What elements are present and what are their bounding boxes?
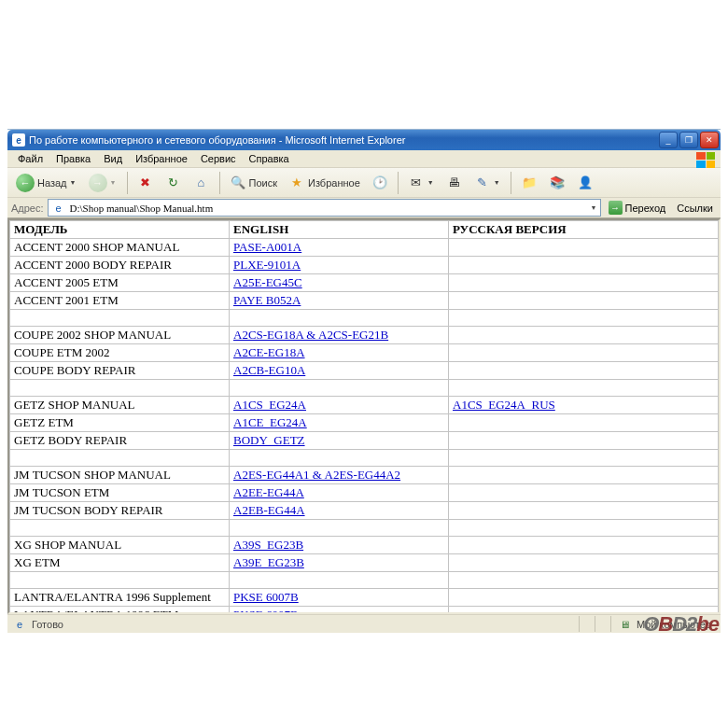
cell-model: GETZ ETM: [10, 414, 230, 432]
go-arrow-icon: →: [609, 201, 623, 215]
search-button[interactable]: 🔍 Поиск: [225, 172, 282, 194]
folder-icon: 📁: [521, 175, 538, 191]
back-button[interactable]: ← Назад ▼: [11, 172, 82, 194]
messenger-button[interactable]: 👤: [572, 172, 598, 194]
table-row: JM TUCSON ETMA2EE-EG44A: [10, 484, 719, 502]
cell-english: A2CB-EG10A: [230, 362, 449, 380]
page-content[interactable]: МОДЕЛЬ ENGLISH РУССКАЯ ВЕРСИЯ ACCENT 200…: [7, 218, 721, 614]
go-button[interactable]: → Переход: [605, 199, 670, 217]
statusbar: e Готово 🖥 Мой компьютер: [7, 614, 721, 633]
cell-english: PASE-A001A: [230, 239, 449, 257]
chevron-down-icon: ▼: [427, 179, 435, 186]
back-label: Назад: [37, 177, 67, 189]
table-row: ACCENT 2001 ETMPAYE B052A: [10, 292, 719, 310]
cell-russian: [449, 292, 719, 310]
cell-russian: [449, 432, 719, 450]
cell-model: GETZ SHOP MANUAL: [10, 397, 230, 414]
print-button[interactable]: 🖶: [441, 172, 468, 194]
address-input-wrap[interactable]: e ▼: [48, 199, 601, 217]
cell-english: A1CS_EG24A: [230, 397, 449, 414]
cell-model: COUPE ETM 2002: [10, 344, 230, 362]
titlebar[interactable]: e По работе компьютерного и сетевого обо…: [7, 130, 721, 150]
link-english[interactable]: A2CE-EG18A: [233, 345, 305, 359]
close-button[interactable]: ✕: [700, 132, 719, 148]
chevron-down-icon: ▼: [494, 179, 501, 186]
table-row: LANTRA/ELANTRA 1996 SupplementPKSE 6007B: [10, 589, 719, 607]
cell-english: PKSE 6007B: [230, 607, 449, 615]
address-input[interactable]: [70, 203, 588, 214]
status-panel: [579, 616, 591, 632]
link-english[interactable]: A1CS_EG24A: [233, 398, 306, 412]
cell-english: A2ES-EG44A1 & A2ES-EG44A2: [230, 467, 449, 484]
link-english[interactable]: PLXE-9101A: [233, 258, 301, 272]
home-icon: ⌂: [193, 175, 210, 191]
cell-model: JM TUCSON ETM: [10, 484, 230, 502]
menu-tools[interactable]: Сервис: [194, 151, 243, 166]
cell-english: PAYE B052A: [230, 292, 449, 310]
link-english[interactable]: PKSE 6007B: [233, 608, 299, 614]
link-english[interactable]: BODY_GETZ: [233, 433, 305, 447]
favorites-button[interactable]: ★ Избранное: [284, 172, 365, 194]
ie-icon: e: [12, 133, 25, 147]
link-english[interactable]: A2EB-EG44A: [233, 503, 305, 517]
edit-button[interactable]: ✎▼: [469, 172, 506, 194]
links-label[interactable]: Ссылки: [673, 203, 717, 214]
separator: [511, 172, 511, 194]
history-button[interactable]: 🕑: [367, 172, 393, 194]
chevron-down-icon[interactable]: ▼: [591, 204, 598, 211]
stop-button[interactable]: ✖: [133, 172, 159, 194]
forward-button[interactable]: → ▼: [84, 172, 122, 194]
cell-russian: [449, 414, 719, 432]
link-english[interactable]: A39E_EG23B: [233, 555, 304, 569]
mail-icon: ✉: [408, 175, 425, 191]
table-row: JM TUCSON SHOP MANUALA2ES-EG44A1 & A2ES-…: [10, 467, 719, 484]
link-english[interactable]: A1CE_EG24A: [233, 415, 307, 429]
refresh-icon: ↻: [165, 175, 182, 191]
link-english[interactable]: PAYE B052A: [233, 293, 301, 307]
cell-model: ACCENT 2000 BODY REPAIR: [10, 257, 230, 274]
refresh-button[interactable]: ↻: [161, 172, 187, 194]
menu-view[interactable]: Вид: [97, 151, 129, 166]
link-english[interactable]: A39S_EG23B: [233, 538, 303, 552]
cell-model: LANTRA/ELANTRA 1996 Supplement: [10, 589, 230, 607]
home-button[interactable]: ⌂: [189, 172, 215, 194]
link-english[interactable]: A25E-EG45C: [233, 275, 302, 289]
menu-edit[interactable]: Правка: [49, 151, 97, 166]
cell-english: A25E-EG45C: [230, 274, 449, 292]
book-icon: 📚: [549, 175, 566, 191]
link-english[interactable]: A2CB-EG10A: [233, 363, 305, 377]
table-row: GETZ ETMA1CE_EG24A: [10, 414, 719, 432]
cell-russian: [449, 450, 719, 467]
link-english[interactable]: PASE-A001A: [233, 240, 301, 254]
maximize-button[interactable]: ❐: [679, 132, 698, 148]
cell-model: ACCENT 2000 SHOP MANUAL: [10, 239, 230, 257]
research-button[interactable]: 📚: [544, 172, 570, 194]
cell-english: [230, 572, 449, 589]
menu-help[interactable]: Справка: [243, 151, 296, 166]
computer-icon: 🖥: [617, 616, 634, 633]
table-row: [10, 380, 719, 397]
link-english[interactable]: A2CS-EG18A & A2CS-EG21B: [233, 328, 388, 342]
table-row: COUPE ETM 2002A2CE-EG18A: [10, 344, 719, 362]
minimize-button[interactable]: _: [659, 132, 678, 148]
cell-english: PLXE-9101A: [230, 257, 449, 274]
menu-favorites[interactable]: Избранное: [129, 151, 194, 166]
menu-file[interactable]: Файл: [11, 151, 49, 166]
header-english: ENGLISH: [230, 221, 449, 239]
discuss-button[interactable]: 📁: [516, 172, 542, 194]
link-english[interactable]: A2ES-EG44A1 & A2ES-EG44A2: [233, 468, 400, 482]
cell-english: A2EE-EG44A: [230, 484, 449, 502]
table-row: COUPE BODY REPAIRA2CB-EG10A: [10, 362, 719, 380]
menubar: Файл Правка Вид Избранное Сервис Справка: [7, 150, 721, 168]
mail-button[interactable]: ✉▼: [403, 172, 440, 194]
table-row: ACCENT 2000 SHOP MANUALPASE-A001A: [10, 239, 719, 257]
separator: [219, 172, 220, 194]
cell-english: PKSE 6007B: [230, 589, 449, 607]
table-row: LANTRA/ELANTRA 1996 ETMPKSE 6007B: [10, 607, 719, 615]
link-russian[interactable]: A1CS_EG24A_RUS: [453, 398, 555, 412]
ie-page-icon: e: [11, 616, 28, 633]
link-english[interactable]: A2EE-EG44A: [233, 485, 304, 499]
table-row: XG SHOP MANUALA39S_EG23B: [10, 537, 719, 554]
cell-russian: [449, 484, 719, 502]
link-english[interactable]: PKSE 6007B: [233, 590, 299, 604]
